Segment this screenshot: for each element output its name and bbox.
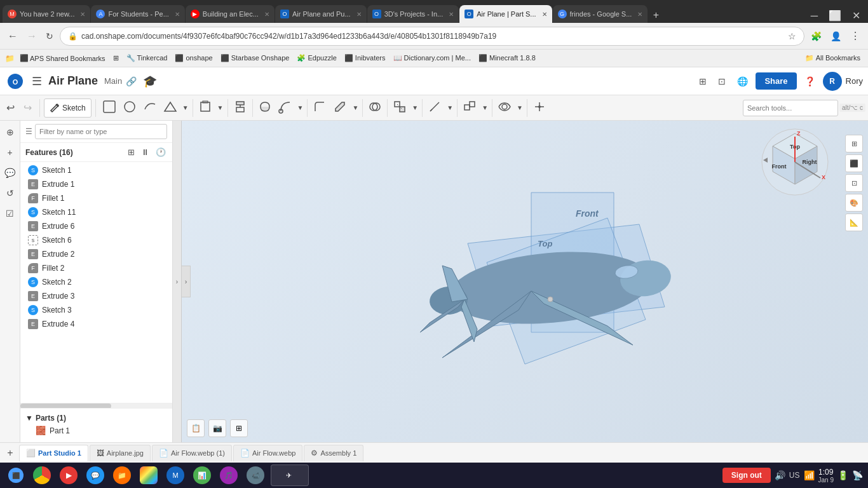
taskbar-network[interactable]: 📶 xyxy=(804,470,815,480)
link-icon[interactable]: 🔗 xyxy=(126,76,137,86)
tool-dropdown3[interactable]: ▼ xyxy=(296,102,305,114)
tool-plane[interactable] xyxy=(161,97,180,118)
side-select-tool[interactable]: ⊕ xyxy=(1,123,19,141)
close-button[interactable]: ✕ xyxy=(847,8,865,23)
side-comment-tool[interactable]: 💬 xyxy=(1,164,19,182)
tool-dropdown7[interactable]: ▼ xyxy=(480,102,489,114)
viewport-grid-icon[interactable]: ⊞ xyxy=(230,419,248,437)
tab-airplanepart[interactable]: O Air Plane | Part S... ✕ xyxy=(459,5,552,23)
minimize-button[interactable]: ─ xyxy=(806,9,823,23)
browser-menu-button[interactable]: ⋮ xyxy=(848,29,863,43)
maximize-button[interactable]: ⬜ xyxy=(824,8,846,23)
add-tab-button[interactable]: + xyxy=(3,445,18,461)
taskbar-app5[interactable] xyxy=(137,464,160,487)
sketch-button[interactable]: Sketch xyxy=(44,98,92,118)
tool-assembly[interactable] xyxy=(460,97,479,118)
user-name[interactable]: Rory xyxy=(846,76,863,86)
features-grid-view[interactable]: ⊞ xyxy=(126,146,136,158)
tab-frindes[interactable]: G frindes - Google S... ✕ xyxy=(553,5,648,23)
tool-dropdown1[interactable]: ▼ xyxy=(181,102,190,114)
filter-input[interactable] xyxy=(35,124,167,139)
help-button[interactable]: ❓ xyxy=(801,74,819,89)
collapse-panel-button[interactable]: › xyxy=(173,121,182,442)
feature-item-sketch11[interactable]: S Sketch 11 xyxy=(20,205,172,219)
bookmark-dictionary[interactable]: 📖 Dictionary.com | Me... xyxy=(391,53,473,64)
tab-airplane-pu[interactable]: O Air Plane and Pu... ✕ xyxy=(275,5,367,23)
feature-item-fillet1[interactable]: F Fillet 1 xyxy=(20,191,172,205)
bottom-tab-airplane[interactable]: 🖼 Airplane.jpg xyxy=(90,445,151,461)
part-item-1[interactable]: 🧱 Part 1 xyxy=(25,424,167,437)
tab-forstudents[interactable]: A For Students - Pe... ✕ xyxy=(91,5,184,23)
bottom-tab-assembly[interactable]: ⚙ Assembly 1 xyxy=(304,445,363,461)
feature-list-button[interactable]: ⊞ xyxy=(695,74,710,89)
share-button[interactable]: Share xyxy=(756,72,796,90)
viewport-share-icon[interactable]: 📋 xyxy=(187,419,205,437)
profile-button[interactable]: 👤 xyxy=(828,30,844,43)
bookmark-grid[interactable]: ⊞ xyxy=(111,53,121,64)
bottom-tab-airflow1[interactable]: 📄 Air Flow.webp (1) xyxy=(152,445,232,461)
taskbar-wifi[interactable]: 📡 xyxy=(852,470,863,480)
tool-coordinate[interactable] xyxy=(530,97,549,118)
bookmark-inibvaters[interactable]: ⬛ Inibvaters xyxy=(342,53,388,64)
extensions-button[interactable]: 🧩 xyxy=(808,30,824,43)
bookmark-edpuzzle[interactable]: 🧩 Edpuzzle xyxy=(294,53,339,64)
side-checklist-tool[interactable]: ☑ xyxy=(1,205,19,222)
new-sketch-button[interactable] xyxy=(100,97,119,118)
tool-transform[interactable] xyxy=(390,97,409,118)
feature-item-fillet2[interactable]: F Fillet 2 xyxy=(20,261,172,275)
view-perspective[interactable]: ⬛ xyxy=(845,154,863,172)
tool-dropdown2[interactable]: ▼ xyxy=(216,102,225,114)
tab-close-3dprojects[interactable]: ✕ xyxy=(449,11,454,18)
tab-close-forstudents[interactable]: ✕ xyxy=(175,11,180,18)
globe-button[interactable]: 🌐 xyxy=(733,74,752,89)
tab-close-airplanepart[interactable]: ✕ xyxy=(542,11,547,18)
tool-fillet[interactable] xyxy=(310,97,329,118)
tool-view[interactable] xyxy=(495,97,514,118)
viewport-camera-icon[interactable]: 📷 xyxy=(208,419,226,437)
star-icon[interactable]: ☆ xyxy=(788,31,796,41)
tool-box[interactable] xyxy=(196,97,215,118)
taskbar-app2[interactable]: ▶ xyxy=(57,464,80,487)
undo-button[interactable]: ↩ xyxy=(3,99,18,116)
side-history-tool[interactable]: ↺ xyxy=(1,184,19,202)
hamburger-menu-button[interactable]: ☰ xyxy=(29,72,44,91)
tool-revolve[interactable] xyxy=(255,97,275,118)
graduate-icon[interactable]: 🎓 xyxy=(143,74,157,88)
tool-extrude[interactable] xyxy=(231,97,250,118)
tool-dropdown6[interactable]: ▼ xyxy=(445,102,454,114)
view-zoom-fit[interactable]: ⊞ xyxy=(845,135,863,152)
tab-building[interactable]: ▶ Building an Elec... ✕ xyxy=(186,5,275,23)
taskbar-app9[interactable]: 📹 xyxy=(244,464,267,487)
forward-button[interactable]: → xyxy=(24,29,39,43)
tool-dropdown5[interactable]: ▼ xyxy=(410,102,419,114)
view-section[interactable]: ⊡ xyxy=(845,174,863,192)
bookmark-all[interactable]: 📁 All Bookmarks xyxy=(803,53,863,64)
tab-close-building[interactable]: ✕ xyxy=(264,11,269,18)
bookmark-tinkercad[interactable]: 🔧 Tinkercad xyxy=(124,53,170,64)
taskbar-volume[interactable]: 🔊 xyxy=(775,470,785,480)
view-render[interactable]: 🎨 xyxy=(845,194,863,212)
taskbar-airplane-app[interactable]: ✈ xyxy=(271,464,309,486)
tab-close-frindes[interactable]: ✕ xyxy=(637,11,642,18)
bookmarks-sidebar-toggle[interactable]: 📁 xyxy=(5,54,15,63)
tool-circle[interactable] xyxy=(120,97,139,118)
address-bar[interactable]: 🔒 cad.onshape.com/documents/4f9307e6fc4b… xyxy=(60,27,804,46)
feature-item-extrude6[interactable]: E Extrude 6 xyxy=(20,219,172,233)
feature-item-sketch2[interactable]: S Sketch 2 xyxy=(20,275,172,289)
tool-chamfer[interactable] xyxy=(330,97,349,118)
back-button[interactable]: ← xyxy=(5,29,20,43)
bookmark-onshape[interactable]: ⬛ onshape xyxy=(172,53,215,64)
taskbar-chrome[interactable] xyxy=(31,464,53,487)
reload-button[interactable]: ↻ xyxy=(43,30,56,43)
features-pause[interactable]: ⏸ xyxy=(140,146,151,158)
avatar[interactable]: R xyxy=(823,72,842,91)
orientation-cube[interactable]: Top Front Right Z X xyxy=(760,127,830,197)
bottom-tab-partstudio[interactable]: ⬜ Part Studio 1 xyxy=(19,445,88,461)
parts-header[interactable]: ▼ Parts (1) xyxy=(25,414,167,423)
taskbar-app6[interactable]: M xyxy=(164,464,187,487)
tab-close-airplane-pu[interactable]: ✕ xyxy=(356,11,362,18)
horizontal-scrollbar[interactable] xyxy=(20,403,172,408)
feature-item-extrude2[interactable]: E Extrude 2 xyxy=(20,247,172,261)
tool-dropdown8[interactable]: ▼ xyxy=(515,102,524,114)
tool-dropdown4[interactable]: ▼ xyxy=(351,102,360,114)
